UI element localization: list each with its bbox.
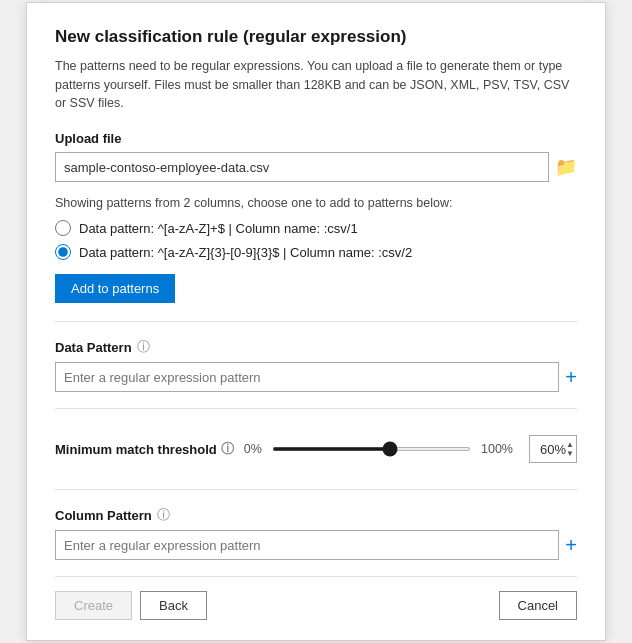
upload-label: Upload file: [55, 131, 577, 146]
upload-row: 📁: [55, 152, 577, 182]
column-pattern-input[interactable]: [55, 530, 559, 560]
add-to-patterns-button[interactable]: Add to patterns: [55, 274, 175, 303]
spinner-up[interactable]: ▲: [566, 440, 574, 449]
radio-label-1: Data pattern: ^[a-zA-Z]+$ | Column name:…: [79, 221, 358, 236]
data-pattern-label-row: Data Pattern ⓘ: [55, 338, 577, 356]
threshold-slider[interactable]: [272, 447, 471, 451]
footer-buttons: Create Back Cancel: [55, 591, 577, 620]
dialog: New classification rule (regular express…: [26, 2, 606, 641]
cancel-button[interactable]: Cancel: [499, 591, 577, 620]
create-button: Create: [55, 591, 132, 620]
column-pattern-input-row: +: [55, 530, 577, 560]
data-pattern-label: Data Pattern: [55, 340, 132, 355]
divider-threshold-top: [55, 408, 577, 409]
data-pattern-field: Data Pattern ⓘ +: [55, 338, 577, 392]
column-pattern-label: Column Pattern: [55, 508, 152, 523]
spinner-down[interactable]: ▼: [566, 449, 574, 458]
radio-input-2[interactable]: [55, 244, 71, 260]
back-button[interactable]: Back: [140, 591, 207, 620]
data-pattern-input-row: +: [55, 362, 577, 392]
threshold-row: Minimum match threshold ⓘ 0% 100% 60% ▲ …: [55, 425, 577, 473]
radio-option-2[interactable]: Data pattern: ^[a-zA-Z]{3}-[0-9]{3}$ | C…: [55, 244, 577, 260]
data-pattern-info-icon[interactable]: ⓘ: [137, 338, 150, 356]
column-pattern-label-row: Column Pattern ⓘ: [55, 506, 577, 524]
threshold-spinner[interactable]: ▲ ▼: [566, 440, 574, 458]
column-pattern-info-icon[interactable]: ⓘ: [157, 506, 170, 524]
footer-left-buttons: Create Back: [55, 591, 207, 620]
footer-divider: [55, 576, 577, 577]
threshold-value-box: 60% ▲ ▼: [529, 435, 577, 463]
dialog-title: New classification rule (regular express…: [55, 27, 577, 47]
threshold-label: Minimum match threshold ⓘ: [55, 440, 234, 458]
data-pattern-input[interactable]: [55, 362, 559, 392]
column-pattern-add-icon[interactable]: +: [565, 534, 577, 557]
divider-1: [55, 321, 577, 322]
patterns-desc: Showing patterns from 2 columns, choose …: [55, 196, 577, 210]
threshold-max-label: 100%: [481, 442, 513, 456]
dialog-description: The patterns need to be regular expressi…: [55, 57, 577, 113]
threshold-min-label: 0%: [244, 442, 262, 456]
threshold-info-icon[interactable]: ⓘ: [221, 440, 234, 458]
threshold-value: 60%: [540, 442, 566, 457]
upload-input[interactable]: [55, 152, 549, 182]
folder-icon[interactable]: 📁: [555, 156, 577, 178]
radio-input-1[interactable]: [55, 220, 71, 236]
slider-wrapper: [272, 447, 471, 451]
divider-threshold-bottom: [55, 489, 577, 490]
radio-option-1[interactable]: Data pattern: ^[a-zA-Z]+$ | Column name:…: [55, 220, 577, 236]
data-pattern-add-icon[interactable]: +: [565, 366, 577, 389]
radio-label-2: Data pattern: ^[a-zA-Z]{3}-[0-9]{3}$ | C…: [79, 245, 412, 260]
column-pattern-field: Column Pattern ⓘ +: [55, 506, 577, 560]
